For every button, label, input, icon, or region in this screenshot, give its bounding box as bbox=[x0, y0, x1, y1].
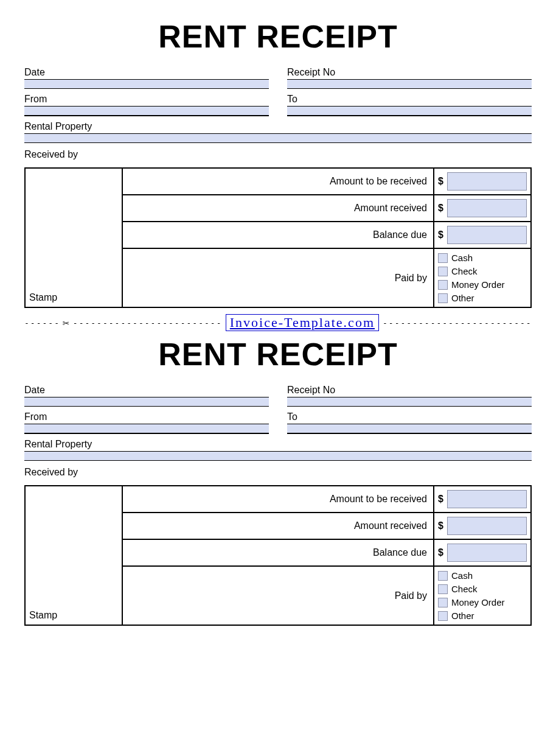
receipt-title: RENT RECEIPT bbox=[24, 18, 532, 55]
paid-by-label: Paid by bbox=[123, 567, 433, 625]
receipt-no-field[interactable]: Receipt No bbox=[287, 67, 532, 89]
stamp-label: Stamp bbox=[29, 610, 57, 621]
from-field[interactable]: From bbox=[24, 411, 269, 434]
paid-by-options: Cash Check Money Order Other bbox=[433, 567, 530, 625]
amount-to-be-received-value[interactable]: $ bbox=[433, 169, 530, 195]
from-field[interactable]: From bbox=[24, 94, 269, 116]
amount-to-be-received-value[interactable]: $ bbox=[433, 486, 530, 513]
received-by-label: Received by bbox=[24, 467, 532, 478]
amounts-grid: Stamp Amount to be received $ Amount rec… bbox=[24, 485, 532, 626]
receipt-no-label: Receipt No bbox=[287, 67, 532, 79]
to-label: To bbox=[287, 94, 532, 106]
date-label: Date bbox=[24, 67, 269, 79]
amount-received-input[interactable] bbox=[447, 517, 527, 535]
checkbox-icon[interactable] bbox=[438, 598, 448, 607]
amount-received-label: Amount received bbox=[123, 195, 433, 222]
source-link[interactable]: Invoice-Template.com bbox=[226, 314, 379, 331]
checkbox-icon[interactable] bbox=[438, 571, 448, 581]
balance-due-value[interactable]: $ bbox=[433, 540, 530, 567]
checkbox-icon[interactable] bbox=[438, 253, 448, 263]
balance-due-input[interactable] bbox=[447, 544, 527, 562]
rental-property-label: Rental Property bbox=[24, 121, 532, 133]
rental-property-input[interactable] bbox=[24, 451, 532, 461]
currency-symbol: $ bbox=[438, 520, 443, 531]
date-input[interactable] bbox=[24, 79, 269, 89]
currency-symbol: $ bbox=[438, 203, 443, 214]
checkbox-icon[interactable] bbox=[438, 267, 448, 276]
paid-by-other[interactable]: Other bbox=[438, 611, 527, 621]
checkbox-icon[interactable] bbox=[438, 293, 448, 303]
from-label: From bbox=[24, 411, 269, 424]
paid-by-other[interactable]: Other bbox=[438, 293, 527, 303]
amount-received-value[interactable]: $ bbox=[433, 195, 530, 222]
paid-by-check[interactable]: Check bbox=[438, 266, 527, 276]
checkbox-icon[interactable] bbox=[438, 280, 448, 290]
paid-by-cash[interactable]: Cash bbox=[438, 253, 527, 263]
currency-symbol: $ bbox=[438, 229, 443, 240]
currency-symbol: $ bbox=[438, 547, 443, 558]
scissors-icon: ✂ bbox=[60, 317, 73, 329]
rent-receipt-top: RENT RECEIPT Date Receipt No From To Ren… bbox=[24, 18, 532, 308]
amount-received-value[interactable]: $ bbox=[433, 513, 530, 540]
stamp-area: Stamp bbox=[26, 169, 123, 307]
balance-due-label: Balance due bbox=[123, 222, 433, 249]
balance-due-label: Balance due bbox=[123, 540, 433, 567]
receipt-no-input[interactable] bbox=[287, 79, 532, 89]
checkbox-icon[interactable] bbox=[438, 584, 448, 594]
currency-symbol: $ bbox=[438, 176, 443, 187]
to-label: To bbox=[287, 411, 532, 424]
amount-received-label: Amount received bbox=[123, 513, 433, 540]
to-input[interactable] bbox=[287, 424, 532, 434]
paid-by-money-order[interactable]: Money Order bbox=[438, 597, 527, 607]
from-input[interactable] bbox=[24, 106, 269, 116]
amounts-grid: Stamp Amount to be received $ Amount rec… bbox=[24, 167, 532, 308]
paid-by-check[interactable]: Check bbox=[438, 584, 527, 594]
checkbox-icon[interactable] bbox=[438, 611, 448, 621]
paid-by-money-order[interactable]: Money Order bbox=[438, 279, 527, 290]
receipt-no-field[interactable]: Receipt No bbox=[287, 385, 532, 407]
rental-property-field[interactable]: Rental Property bbox=[24, 439, 532, 461]
to-field[interactable]: To bbox=[287, 411, 532, 434]
rental-property-input[interactable] bbox=[24, 133, 532, 143]
rental-property-label: Rental Property bbox=[24, 439, 532, 451]
amount-to-be-received-input[interactable] bbox=[447, 172, 527, 191]
paid-by-cash[interactable]: Cash bbox=[438, 570, 527, 581]
from-label: From bbox=[24, 94, 269, 106]
balance-due-input[interactable] bbox=[447, 226, 527, 244]
amount-to-be-received-label: Amount to be received bbox=[123, 169, 433, 195]
amount-to-be-received-label: Amount to be received bbox=[123, 486, 433, 513]
rent-receipt-bottom: RENT RECEIPT Date Receipt No From To Ren… bbox=[24, 336, 532, 626]
balance-due-value[interactable]: $ bbox=[433, 222, 530, 249]
from-input[interactable] bbox=[24, 424, 269, 434]
paid-by-options: Cash Check Money Order Other bbox=[433, 249, 530, 307]
currency-symbol: $ bbox=[438, 494, 443, 505]
paid-by-label: Paid by bbox=[123, 249, 433, 307]
rental-property-field[interactable]: Rental Property bbox=[24, 121, 532, 143]
to-field[interactable]: To bbox=[287, 94, 532, 116]
stamp-label: Stamp bbox=[29, 292, 57, 303]
received-by-label: Received by bbox=[24, 149, 532, 160]
cut-divider: ------ ✂ -------------------------------… bbox=[24, 314, 532, 331]
stamp-area: Stamp bbox=[26, 486, 123, 625]
receipt-title: RENT RECEIPT bbox=[24, 336, 532, 373]
date-field[interactable]: Date bbox=[24, 67, 269, 89]
date-field[interactable]: Date bbox=[24, 385, 269, 407]
to-input[interactable] bbox=[287, 106, 532, 116]
date-input[interactable] bbox=[24, 397, 269, 407]
date-label: Date bbox=[24, 385, 269, 397]
amount-to-be-received-input[interactable] bbox=[447, 490, 527, 508]
receipt-no-input[interactable] bbox=[287, 397, 532, 407]
amount-received-input[interactable] bbox=[447, 199, 527, 217]
receipt-no-label: Receipt No bbox=[287, 385, 532, 397]
